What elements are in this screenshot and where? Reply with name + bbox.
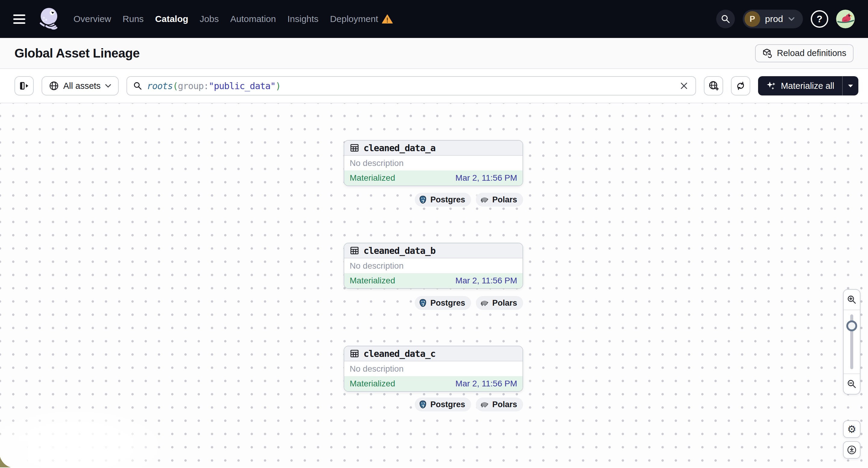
asset-card-header: cleaned_data_b: [344, 243, 523, 258]
asset-name: cleaned_data_c: [364, 348, 435, 359]
help-button[interactable]: ?: [811, 10, 828, 28]
tag-postgres[interactable]: Postgres: [415, 296, 471, 310]
polars-icon: [479, 196, 489, 204]
tag-polars[interactable]: Polars: [476, 398, 523, 411]
asset-status-row: Materialized Mar 2, 11:56 PM: [344, 376, 523, 391]
status-badge: Materialized: [350, 379, 395, 388]
zoom-in-icon: [847, 294, 857, 305]
gear-icon: ⚙: [847, 424, 856, 434]
sparkles-icon: [766, 81, 776, 91]
lineage-canvas[interactable]: cleaned_data_a No description Materializ…: [0, 103, 868, 467]
asset-description: No description: [344, 362, 523, 376]
user-avatar[interactable]: [836, 10, 855, 28]
zoom-slider[interactable]: [844, 310, 860, 374]
asset-description: No description: [344, 258, 523, 273]
zoom-out-icon: [847, 379, 857, 389]
nav-right-controls: P prod ?: [716, 10, 855, 28]
deployment-name: prod: [765, 14, 783, 24]
search-icon: [721, 14, 731, 24]
materialization-timestamp[interactable]: Mar 2, 11:56 PM: [455, 173, 517, 183]
asset-name: cleaned_data_a: [364, 143, 435, 153]
zoom-in-button[interactable]: [844, 290, 860, 310]
status-badge: Materialized: [350, 276, 395, 285]
nav-item-insights[interactable]: Insights: [287, 14, 318, 24]
save-catalog-view-button[interactable]: [704, 76, 723, 95]
table-icon: [350, 349, 359, 358]
nav-item-jobs[interactable]: Jobs: [200, 14, 219, 24]
status-badge: Materialized: [350, 173, 395, 183]
deployment-initial-badge: P: [745, 11, 760, 27]
asset-card-header: cleaned_data_a: [344, 141, 523, 156]
asset-tags-row: Postgres Polars: [344, 193, 523, 207]
refresh-icon: [735, 81, 746, 91]
materialize-all-split-button: Materialize all: [758, 76, 858, 95]
tag-polars[interactable]: Polars: [476, 296, 523, 310]
materialize-options-button[interactable]: [842, 76, 858, 95]
download-image-button[interactable]: [843, 441, 861, 459]
globe-icon: [49, 81, 59, 91]
zoom-out-button[interactable]: [844, 374, 860, 394]
materialization-timestamp[interactable]: Mar 2, 11:56 PM: [455, 276, 517, 285]
nav-item-deployment[interactable]: Deployment: [330, 14, 393, 24]
reload-definitions-button[interactable]: Reload definitions: [755, 44, 854, 62]
asset-description: No description: [344, 156, 523, 170]
tag-postgres[interactable]: Postgres: [415, 398, 471, 411]
download-icon: [847, 445, 857, 455]
polars-icon: [479, 401, 489, 408]
page-header: Global Asset Lineage Reload definitions: [0, 38, 868, 69]
question-mark-icon: ?: [816, 13, 823, 25]
nav-item-catalog[interactable]: Catalog: [155, 14, 188, 24]
asset-node-cleaned_data_a[interactable]: cleaned_data_a No description Materializ…: [344, 140, 523, 186]
postgres-icon: [418, 299, 427, 308]
nav-item-overview[interactable]: Overview: [73, 14, 111, 24]
asset-node-cleaned_data_c[interactable]: cleaned_data_c No description Materializ…: [344, 346, 523, 392]
tag-polars[interactable]: Polars: [476, 193, 523, 207]
asset-selection-input[interactable]: roots(group:"public_data"): [126, 76, 696, 95]
canvas-rounded-corner: [0, 440, 27, 467]
global-search-button[interactable]: [716, 10, 735, 28]
caret-down-icon: [847, 84, 854, 88]
graph-settings-button[interactable]: ⚙: [843, 420, 861, 438]
materialization-timestamp[interactable]: Mar 2, 11:56 PM: [455, 379, 517, 388]
nav-item-automation[interactable]: Automation: [230, 14, 276, 24]
chevron-down-icon: [788, 17, 795, 21]
clear-query-button[interactable]: [677, 79, 691, 92]
asset-tags-row: Postgres Polars: [344, 398, 523, 411]
postgres-icon: [418, 400, 427, 409]
asset-node-cleaned_data_b[interactable]: cleaned_data_b No description Materializ…: [344, 243, 523, 289]
lineage-toolbar: All assets roots(group:"public_data"): [0, 69, 868, 103]
dagster-logo-icon: [35, 6, 61, 32]
asset-status-row: Materialized Mar 2, 11:56 PM: [344, 273, 523, 288]
asset-tags-row: Postgres Polars: [344, 296, 523, 310]
globe-plus-icon: [708, 80, 719, 92]
nav-item-runs[interactable]: Runs: [123, 14, 144, 24]
zoom-slider-thumb[interactable]: [846, 320, 857, 331]
asset-selection-query: roots(group:"public_data"): [147, 81, 673, 91]
postgres-icon: [418, 195, 427, 204]
page-title: Global Asset Lineage: [14, 46, 140, 61]
zoom-controls: [843, 289, 861, 395]
tag-postgres[interactable]: Postgres: [415, 193, 471, 207]
asset-scope-dropdown[interactable]: All assets: [41, 76, 119, 95]
asset-status-row: Materialized Mar 2, 11:56 PM: [344, 170, 523, 186]
panel-expand-icon: [19, 81, 30, 91]
table-icon: [350, 143, 359, 153]
deployment-switcher[interactable]: P prod: [743, 10, 803, 28]
polars-icon: [479, 299, 489, 307]
asset-name: cleaned_data_b: [364, 245, 435, 256]
hamburger-menu-icon[interactable]: [13, 13, 27, 25]
table-icon: [350, 246, 359, 255]
main-nav-items: Overview Runs Catalog Jobs Automation In…: [73, 14, 393, 24]
toggle-sidebar-button[interactable]: [14, 76, 34, 95]
asset-card-header: cleaned_data_c: [344, 346, 523, 362]
warning-icon: [382, 14, 393, 24]
top-nav: Overview Runs Catalog Jobs Automation In…: [0, 0, 868, 38]
chevron-down-icon: [105, 84, 112, 88]
search-icon: [133, 81, 142, 90]
materialize-all-button[interactable]: Materialize all: [758, 76, 842, 95]
refresh-button[interactable]: [731, 76, 750, 95]
reload-cube-icon: [762, 48, 773, 58]
